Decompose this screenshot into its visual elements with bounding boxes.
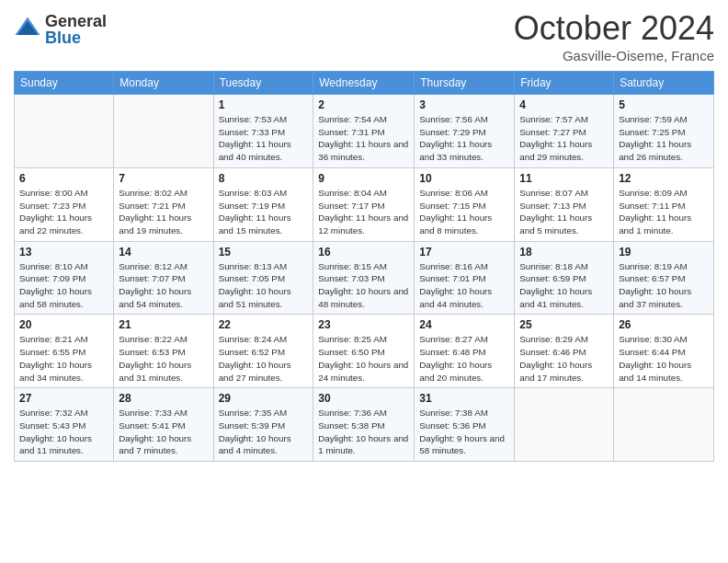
table-row: 26Sunrise: 8:30 AMSunset: 6:44 PMDayligh… — [614, 315, 714, 388]
calendar-week-row: 6Sunrise: 8:00 AMSunset: 7:23 PMDaylight… — [15, 167, 714, 241]
table-row: 27Sunrise: 7:32 AMSunset: 5:43 PMDayligh… — [15, 388, 114, 462]
day-info: Sunrise: 7:35 AMSunset: 5:39 PMDaylight:… — [219, 407, 309, 457]
logo-icon — [14, 16, 41, 43]
day-number: 20 — [19, 318, 108, 331]
day-number: 15 — [219, 246, 309, 259]
calendar-week-row: 13Sunrise: 8:10 AMSunset: 7:09 PMDayligh… — [15, 241, 714, 315]
table-row: 12Sunrise: 8:09 AMSunset: 7:11 PMDayligh… — [614, 167, 714, 241]
day-info: Sunrise: 8:13 AMSunset: 7:05 PMDaylight:… — [219, 260, 309, 311]
table-row: 1Sunrise: 7:53 AMSunset: 7:33 PMDaylight… — [213, 95, 313, 168]
table-row: 6Sunrise: 8:00 AMSunset: 7:23 PMDaylight… — [15, 167, 114, 241]
day-number: 8 — [219, 172, 309, 185]
day-number: 25 — [519, 318, 609, 331]
day-number: 12 — [619, 172, 709, 185]
day-info: Sunrise: 7:54 AMSunset: 7:31 PMDaylight:… — [318, 113, 409, 164]
table-row — [114, 95, 213, 168]
day-info: Sunrise: 8:16 AMSunset: 7:01 PMDaylight:… — [419, 260, 509, 311]
day-info: Sunrise: 8:06 AMSunset: 7:15 PMDaylight:… — [419, 187, 509, 237]
day-info: Sunrise: 7:36 AMSunset: 5:38 PMDaylight:… — [318, 407, 409, 457]
table-row — [15, 95, 114, 168]
table-row: 14Sunrise: 8:12 AMSunset: 7:07 PMDayligh… — [114, 241, 213, 315]
table-row: 21Sunrise: 8:22 AMSunset: 6:53 PMDayligh… — [114, 315, 213, 388]
day-number: 29 — [219, 392, 309, 405]
title-block: October 2024 Gasville-Oiseme, France — [514, 9, 714, 63]
day-number: 22 — [219, 318, 309, 331]
table-row: 7Sunrise: 8:02 AMSunset: 7:21 PMDaylight… — [114, 167, 213, 241]
day-number: 3 — [419, 98, 509, 111]
day-number: 11 — [519, 172, 609, 185]
calendar-week-row: 1Sunrise: 7:53 AMSunset: 7:33 PMDaylight… — [15, 95, 714, 168]
table-row: 18Sunrise: 8:18 AMSunset: 6:59 PMDayligh… — [515, 241, 614, 315]
day-number: 4 — [519, 98, 609, 111]
day-number: 17 — [419, 246, 509, 259]
day-info: Sunrise: 8:30 AMSunset: 6:44 PMDaylight:… — [619, 333, 709, 384]
day-info: Sunrise: 8:24 AMSunset: 6:52 PMDaylight:… — [219, 333, 309, 384]
day-info: Sunrise: 7:53 AMSunset: 7:33 PMDaylight:… — [219, 113, 309, 164]
day-info: Sunrise: 8:04 AMSunset: 7:17 PMDaylight:… — [318, 187, 409, 237]
calendar-table: Sunday Monday Tuesday Wednesday Thursday… — [14, 71, 714, 462]
table-row: 31Sunrise: 7:38 AMSunset: 5:36 PMDayligh… — [415, 388, 515, 462]
table-row: 24Sunrise: 8:27 AMSunset: 6:48 PMDayligh… — [415, 315, 515, 388]
table-row: 19Sunrise: 8:19 AMSunset: 6:57 PMDayligh… — [614, 241, 714, 315]
day-info: Sunrise: 7:59 AMSunset: 7:25 PMDaylight:… — [619, 113, 709, 164]
day-number: 30 — [318, 392, 409, 405]
day-number: 28 — [119, 392, 208, 405]
table-row: 17Sunrise: 8:16 AMSunset: 7:01 PMDayligh… — [415, 241, 515, 315]
table-row: 29Sunrise: 7:35 AMSunset: 5:39 PMDayligh… — [213, 388, 313, 462]
day-number: 18 — [519, 246, 609, 259]
table-row: 3Sunrise: 7:56 AMSunset: 7:29 PMDaylight… — [415, 95, 515, 168]
table-row: 16Sunrise: 8:15 AMSunset: 7:03 PMDayligh… — [313, 241, 415, 315]
day-number: 6 — [19, 172, 108, 185]
day-number: 10 — [419, 172, 509, 185]
day-info: Sunrise: 8:19 AMSunset: 6:57 PMDaylight:… — [619, 260, 709, 311]
col-friday: Friday — [515, 72, 614, 95]
calendar-week-row: 20Sunrise: 8:21 AMSunset: 6:55 PMDayligh… — [15, 315, 714, 388]
day-number: 13 — [19, 246, 108, 259]
table-row: 4Sunrise: 7:57 AMSunset: 7:27 PMDaylight… — [515, 95, 614, 168]
day-number: 27 — [19, 392, 108, 405]
day-info: Sunrise: 8:15 AMSunset: 7:03 PMDaylight:… — [318, 260, 409, 311]
table-row — [515, 388, 614, 462]
table-row: 9Sunrise: 8:04 AMSunset: 7:17 PMDaylight… — [313, 167, 415, 241]
day-number: 16 — [318, 246, 409, 259]
day-number: 14 — [119, 246, 208, 259]
day-info: Sunrise: 8:21 AMSunset: 6:55 PMDaylight:… — [19, 333, 108, 384]
day-info: Sunrise: 7:56 AMSunset: 7:29 PMDaylight:… — [419, 113, 509, 164]
day-info: Sunrise: 7:32 AMSunset: 5:43 PMDaylight:… — [19, 407, 108, 457]
location: Gasville-Oiseme, France — [514, 48, 714, 63]
day-info: Sunrise: 8:10 AMSunset: 7:09 PMDaylight:… — [19, 260, 108, 311]
table-row: 2Sunrise: 7:54 AMSunset: 7:31 PMDaylight… — [313, 95, 415, 168]
col-sunday: Sunday — [15, 72, 114, 95]
day-info: Sunrise: 7:57 AMSunset: 7:27 PMDaylight:… — [519, 113, 609, 164]
day-number: 31 — [419, 392, 509, 405]
day-number: 21 — [119, 318, 208, 331]
day-info: Sunrise: 8:02 AMSunset: 7:21 PMDaylight:… — [119, 187, 208, 237]
day-info: Sunrise: 8:03 AMSunset: 7:19 PMDaylight:… — [219, 187, 309, 237]
table-row: 13Sunrise: 8:10 AMSunset: 7:09 PMDayligh… — [15, 241, 114, 315]
day-info: Sunrise: 8:00 AMSunset: 7:23 PMDaylight:… — [19, 187, 108, 237]
logo: General Blue — [14, 13, 107, 46]
day-info: Sunrise: 8:07 AMSunset: 7:13 PMDaylight:… — [519, 187, 609, 237]
table-row: 22Sunrise: 8:24 AMSunset: 6:52 PMDayligh… — [213, 315, 313, 388]
day-info: Sunrise: 8:22 AMSunset: 6:53 PMDaylight:… — [119, 333, 208, 384]
table-row: 8Sunrise: 8:03 AMSunset: 7:19 PMDaylight… — [213, 167, 313, 241]
calendar-header-row: Sunday Monday Tuesday Wednesday Thursday… — [15, 72, 714, 95]
day-number: 7 — [119, 172, 208, 185]
col-wednesday: Wednesday — [313, 72, 415, 95]
day-info: Sunrise: 8:09 AMSunset: 7:11 PMDaylight:… — [619, 187, 709, 237]
col-saturday: Saturday — [614, 72, 714, 95]
col-tuesday: Tuesday — [213, 72, 313, 95]
logo-text: General Blue — [45, 13, 107, 46]
day-info: Sunrise: 8:18 AMSunset: 6:59 PMDaylight:… — [519, 260, 609, 311]
table-row: 28Sunrise: 7:33 AMSunset: 5:41 PMDayligh… — [114, 388, 213, 462]
col-monday: Monday — [114, 72, 213, 95]
day-number: 2 — [318, 98, 409, 111]
day-number: 26 — [619, 318, 709, 331]
day-info: Sunrise: 8:12 AMSunset: 7:07 PMDaylight:… — [119, 260, 208, 311]
table-row — [614, 388, 714, 462]
day-number: 9 — [318, 172, 409, 185]
day-number: 1 — [219, 98, 309, 111]
table-row: 10Sunrise: 8:06 AMSunset: 7:15 PMDayligh… — [415, 167, 515, 241]
table-row: 20Sunrise: 8:21 AMSunset: 6:55 PMDayligh… — [15, 315, 114, 388]
header: General Blue October 2024 Gasville-Oisem… — [14, 9, 714, 63]
